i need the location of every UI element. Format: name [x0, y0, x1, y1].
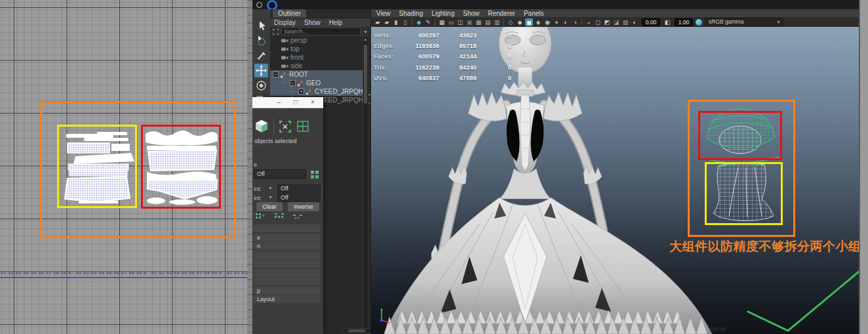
exposure-toggle-icon[interactable]: ◐ [631, 18, 639, 26]
green-quad-icon[interactable] [310, 170, 319, 179]
scroll-up-icon[interactable]: ▲ [363, 37, 368, 41]
uv-axis-label: 4.7 [121, 271, 126, 275]
wireframe-on-shaded-icon[interactable]: ◈ [534, 18, 542, 26]
outliner-item-persp[interactable]: persp [270, 36, 366, 45]
uv-axis-label: 4.5 [106, 271, 111, 275]
scrollbar-thumb[interactable] [364, 45, 367, 104]
color-management-icon[interactable] [696, 19, 702, 26]
panel-action-button[interactable]: e [254, 234, 321, 241]
2d-pan-zoom-icon[interactable]: ◈ [415, 18, 423, 26]
uv-axis-label: 6.1 [227, 271, 231, 275]
panel-action-button[interactable] [254, 269, 321, 277]
safe-action-icon[interactable]: ▤ [484, 18, 492, 26]
maximize-icon[interactable]: □ [290, 97, 301, 108]
viewport-canvas[interactable]: Verts:600297436230Edges:1193836857180Fac… [371, 27, 859, 334]
panel-action-button[interactable] [254, 278, 321, 285]
film-gate-icon[interactable]: ▭ [447, 18, 455, 26]
dropdown-caret-icon[interactable]: ▼ [268, 195, 273, 199]
app-dot-icon[interactable] [256, 2, 262, 8]
xray-joints-icon[interactable]: ◪ [612, 18, 620, 26]
dropdown-caret-icon[interactable]: ▼ [268, 186, 273, 190]
textured-mode-icon[interactable]: ◼ [525, 18, 533, 26]
floating-panel-titlebar[interactable]: – □ × [252, 97, 323, 108]
hud-label: Verts: [374, 31, 401, 39]
outliner-menu-help[interactable]: Help [329, 19, 343, 26]
collapse-icon[interactable]: − [273, 72, 279, 77]
viewport-icon-toolbar: ▰▰▮▯◈✎▦▭◫▣▩▤▥◇◆◼◈◉●◐◑◒◻◩◪▧ ◐ 0.00 ◧ 1.00… [371, 17, 859, 27]
search-input[interactable]: Search... [281, 28, 361, 35]
select-uv-shell-icon[interactable] [279, 120, 292, 133]
select-camera-icon[interactable]: ▰ [374, 18, 382, 26]
constraint-field[interactable]: Off [277, 184, 321, 193]
wireframe-mode-icon[interactable]: ◇ [507, 18, 515, 26]
annotation-rect-red-right [698, 111, 782, 160]
outliner-item-geo[interactable]: −GEO [270, 79, 366, 87]
gate-mask-icon[interactable]: ▣ [465, 18, 473, 26]
inverse-button[interactable]: Inverse [288, 202, 319, 211]
outliner-menu-display[interactable]: Display [274, 19, 296, 26]
expand-icon[interactable]: + [298, 89, 304, 94]
outliner-tab[interactable]: Outliner [273, 9, 306, 18]
grid-toggle-icon[interactable]: ▦ [438, 18, 446, 26]
viewport-menu-show[interactable]: Show [463, 10, 479, 17]
outliner-menu-show[interactable]: Show [304, 19, 321, 26]
lasso-select-tool[interactable] [254, 33, 268, 47]
outliner-item-top[interactable]: top [270, 45, 366, 53]
uv-editor-canvas[interactable]: 3.13.23.33.43.53.63.73.83.944.14.24.34.4… [0, 0, 247, 334]
paint-select-tool[interactable] [254, 49, 268, 62]
use-all-lights-icon[interactable]: ◉ [543, 18, 551, 26]
constraint-field[interactable]: Off [277, 194, 321, 202]
outliner-item-cyeed_jrpqhq_h_grp[interactable]: +CYEED_JRPQHQ_H_GRP [270, 87, 366, 96]
viewport-menu-panels[interactable]: Panels [524, 10, 544, 17]
screen-space-ao-icon[interactable]: ◐ [562, 18, 570, 26]
close-icon[interactable]: × [307, 97, 318, 108]
camera-bookmark-icon[interactable]: ▮ [392, 18, 400, 26]
outliner-search-row: Search... ▼ [270, 27, 370, 36]
uv-grid-icon[interactable] [297, 121, 309, 132]
exposure-field[interactable]: 0.00 [642, 18, 660, 26]
gamma-toggle-icon[interactable]: ◧ [663, 18, 671, 26]
grid-dots-icon-3[interactable] [293, 213, 302, 220]
resolution-gate-icon[interactable]: ◫ [456, 18, 464, 26]
view-transform-dropdown[interactable]: sRGB gamma▼ [705, 18, 783, 26]
outliner-item-side[interactable]: side [270, 62, 366, 70]
shadows-icon[interactable]: ● [553, 18, 561, 26]
viewport-menu-renderer[interactable]: Renderer [488, 10, 515, 17]
hud-label: Edges: [374, 42, 401, 49]
safe-title-icon[interactable]: ▥ [493, 18, 501, 26]
outliner-vertical-scrollbar[interactable]: ▲ ▼ [363, 36, 368, 333]
motion-blur-icon[interactable]: ◑ [571, 18, 579, 26]
field-chart-icon[interactable]: ▩ [475, 18, 483, 26]
outliner-item-label: persp [290, 37, 307, 44]
divider [273, 118, 274, 134]
plugin-shapes-icon[interactable]: ▧ [621, 18, 629, 26]
xray-icon[interactable]: ◩ [603, 18, 611, 26]
move-tool[interactable] [254, 64, 268, 77]
panel-action-button[interactable]: Layout [254, 295, 321, 303]
gamma-field[interactable]: 1.00 [675, 18, 693, 26]
rotate-tool[interactable] [254, 79, 268, 93]
panel-action-button[interactable]: n [254, 242, 321, 250]
viewport-menu-shading[interactable]: Shading [399, 10, 424, 17]
lock-camera-icon[interactable]: ▰ [383, 18, 391, 26]
panel-action-button[interactable] [254, 224, 321, 232]
viewport-menu-lighting[interactable]: Lighting [431, 10, 454, 17]
scrollbar-thumb[interactable] [348, 329, 365, 332]
panel-action-button[interactable]: p [254, 287, 321, 295]
outliner-item-front[interactable]: front [270, 53, 366, 62]
grease-pencil-icon[interactable]: ✎ [424, 18, 432, 26]
multisample-aa-icon[interactable]: ◒ [585, 18, 593, 26]
grid-dots-icon-2[interactable] [275, 213, 284, 220]
image-plane-icon[interactable]: ▯ [401, 18, 409, 26]
clear-button[interactable]: Clear [256, 202, 283, 211]
isolate-select-icon[interactable]: ◻ [594, 18, 602, 26]
panel-action-button[interactable] [254, 260, 321, 268]
select-tool[interactable] [254, 18, 268, 32]
shaded-mode-icon[interactable]: ◆ [516, 18, 524, 26]
panel-action-button[interactable] [254, 251, 321, 259]
search-filter-caret-icon[interactable]: ▼ [363, 30, 368, 34]
minimize-icon[interactable]: – [273, 97, 284, 108]
viewport-menu-view[interactable]: View [376, 10, 391, 17]
grid-dots-icon-1[interactable] [256, 213, 264, 220]
mode-field[interactable]: Off [254, 169, 306, 179]
